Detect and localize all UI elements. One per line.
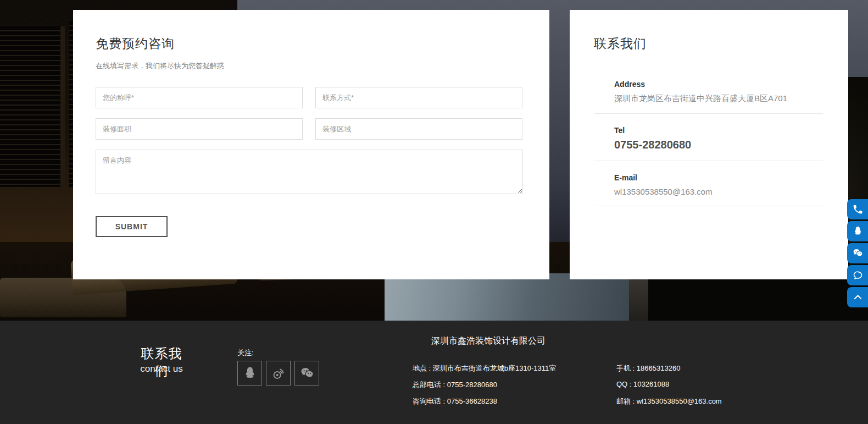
wechat-icon (852, 247, 864, 259)
email-label: E-mail (614, 173, 823, 182)
form-subtitle: 在线填写需求，我们将尽快为您答疑解惑 (96, 61, 523, 71)
email-value: wl13530538550@163.com (614, 187, 823, 196)
contact-item-tel: Tel 0755-28280680 (594, 114, 823, 161)
social-wechat-button[interactable] (294, 361, 319, 386)
back-to-top-button[interactable] (847, 287, 868, 307)
wechat-icon (299, 366, 315, 381)
contact-item-address: Address 深圳市龙岗区布吉街道中兴路百盛大厦B区A701 (594, 80, 823, 114)
back-to-top-icon (852, 291, 864, 303)
footer-qq-row: QQ : 103261088 (616, 380, 669, 388)
address-value: 深圳市龙岗区布吉街道中兴路百盛大厦B区A701 (614, 93, 823, 104)
qq-icon (852, 225, 864, 237)
social-links (237, 361, 319, 386)
contact-list: Address 深圳市龙岗区布吉街道中兴路百盛大厦B区A701 Tel 0755… (594, 80, 823, 206)
message-button[interactable] (847, 265, 868, 285)
phone-button[interactable] (847, 199, 868, 219)
background-window-blinds (0, 26, 65, 187)
floating-toolbar (847, 199, 868, 309)
wechat-button[interactable] (847, 243, 868, 263)
background-pool (385, 273, 629, 321)
contact-method-field[interactable] (315, 87, 522, 108)
contact-info-card: 联系我们 Address 深圳市龙岗区布吉街道中兴路百盛大厦B区A701 Tel… (570, 10, 848, 279)
footer-consult-phone-row: 咨询电话 : 0755-36628238 (413, 397, 497, 406)
phone-icon (852, 203, 864, 215)
footer-hq-phone-row: 总部电话 : 0755-28280680 (413, 380, 497, 390)
qq-icon (242, 366, 258, 381)
submit-button[interactable]: SUBMIT (96, 216, 168, 237)
weibo-icon (271, 366, 286, 381)
footer-email-row: 邮箱 : wl13530538550@163.com (616, 397, 722, 406)
company-name: 深圳市鑫浩装饰设计有限公司 (413, 335, 564, 347)
form-grid (96, 87, 523, 194)
contact-card-title: 联系我们 (594, 35, 823, 52)
appointment-form-card: 免费预约咨询 在线填写需求，我们将尽快为您答疑解惑 SUBMIT (73, 10, 549, 279)
tel-value: 0755-28280680 (614, 139, 823, 151)
decoration-area-field[interactable] (96, 118, 303, 140)
footer: 联系我们 contact us 关注: 深圳市鑫浩装饰设计有限公司 地点 : 深… (0, 321, 868, 424)
name-field[interactable] (96, 87, 303, 108)
footer-mobile-row: 手机 : 18665313260 (616, 364, 680, 373)
chat-bubble-icon (852, 269, 864, 281)
qq-button[interactable] (847, 221, 868, 241)
contact-item-email: E-mail wl13530538550@163.com (594, 161, 823, 206)
footer-heading: 联系我们 (136, 345, 187, 380)
tel-label: Tel (614, 126, 823, 135)
decoration-region-field[interactable] (315, 118, 522, 140)
social-qq-button[interactable] (237, 361, 262, 386)
message-field[interactable] (96, 150, 523, 194)
form-title: 免费预约咨询 (96, 35, 523, 52)
address-label: Address (614, 80, 823, 89)
social-weibo-button[interactable] (266, 361, 291, 386)
follow-label: 关注: (237, 348, 254, 358)
footer-subheading: contact us (136, 364, 187, 375)
footer-address-row: 地点 : 深圳市布吉街道布龙城b座1310-1311室 (413, 364, 556, 373)
